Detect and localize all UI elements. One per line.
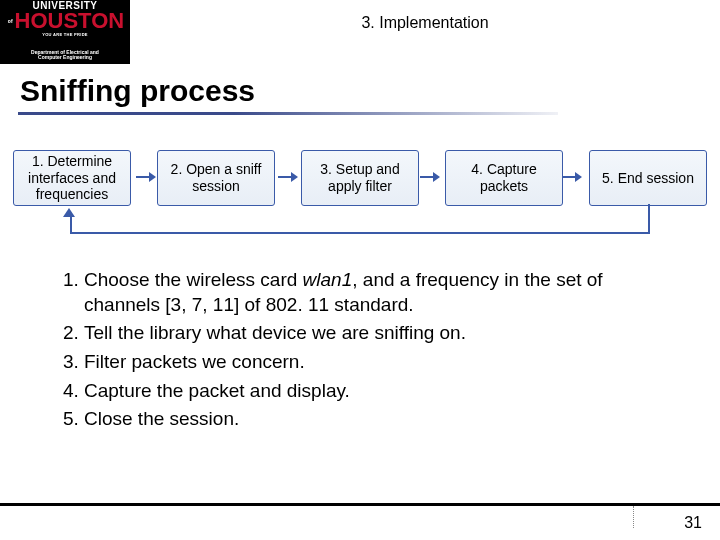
uh-logo: UNIVERSITY of HOUSTON YOU ARE THE PRIDE [0, 0, 130, 46]
department-bar: Department of Electrical and Computer En… [0, 46, 130, 64]
step-3: 3. Setup and apply filter [301, 150, 419, 206]
body-item-3: Filter packets we concern. [84, 350, 680, 375]
body-item-4-pre: Capture the packet and display. [84, 380, 350, 401]
step-1: 1. Determine interfaces and frequencies [13, 150, 131, 206]
slide: 3. Implementation UNIVERSITY of HOUSTON … [0, 0, 720, 540]
arrow-2-3-icon [278, 173, 298, 181]
body-item-5-pre: Close the session. [84, 408, 239, 429]
body-item-1: Choose the wireless card wlan1, and a fr… [84, 268, 680, 317]
arrow-1-2-icon [136, 173, 156, 181]
body-item-1-pre: Choose the wireless card [84, 269, 303, 290]
logo-houston: HOUSTON [15, 11, 125, 31]
logo-pride: YOU ARE THE PRIDE [42, 32, 88, 37]
title-rule [18, 112, 558, 115]
body-list: Choose the wireless card wlan1, and a fr… [40, 268, 680, 436]
page-number: 31 [684, 514, 702, 532]
body-item-1-em: wlan1 [303, 269, 353, 290]
body-item-5: Close the session. [84, 407, 680, 432]
body-item-3-pre: Filter packets we concern. [84, 351, 305, 372]
slide-title: Sniffing process [20, 74, 255, 108]
header-bar: 3. Implementation UNIVERSITY of HOUSTON … [0, 0, 720, 46]
arrow-4-5-icon [562, 173, 582, 181]
body-item-4: Capture the packet and display. [84, 379, 680, 404]
body-item-2: Tell the library what device we are snif… [84, 321, 680, 346]
step-5: 5. End session [589, 150, 707, 206]
arrow-3-4-icon [420, 173, 440, 181]
step-4: 4. Capture packets [445, 150, 563, 206]
process-flow: 1. Determine interfaces and frequencies … [0, 146, 720, 210]
footer-dotted-divider [633, 506, 634, 528]
section-label: 3. Implementation [361, 14, 488, 32]
footer-line [0, 503, 720, 506]
body-item-2-pre: Tell the library what device we are snif… [84, 322, 466, 343]
loopback-line [70, 216, 650, 234]
loopback-arrowhead-icon [63, 208, 75, 217]
logo-of: of [8, 18, 13, 24]
department-line2: Computer Engineering [38, 55, 92, 60]
step-2: 2. Open a sniff session [157, 150, 275, 206]
header-white-area: 3. Implementation [130, 0, 720, 46]
